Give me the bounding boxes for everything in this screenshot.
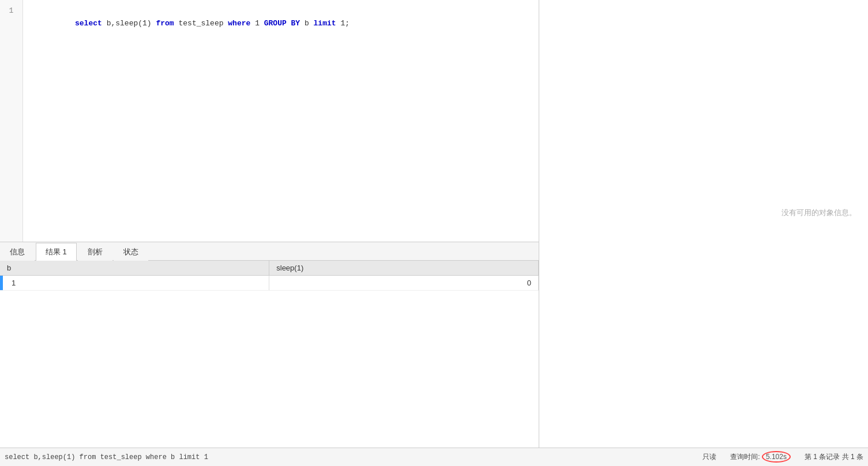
query-time-value: 5.102s [762,451,791,463]
kw-limit: limit [314,19,336,28]
table-row: 1 0 [0,276,539,291]
results-table: b sleep(1) 1 0 [0,261,539,291]
right-panel-content: 没有可用的对象信息。 [539,0,868,466]
no-object-info-text: 没有可用的对象信息。 [781,208,856,218]
line-numbers: 1 [0,0,23,242]
bottom-panel: 信息 结果 1 剖析 状态 b sleep(1) [0,242,539,466]
cell-sleep-1: 0 [269,276,539,291]
tabs-bar: 信息 结果 1 剖析 状态 [0,242,539,261]
kw-from: from [156,19,174,28]
tab-info[interactable]: 信息 [0,243,35,261]
col-header-sleep: sleep(1) [269,261,539,276]
code-normal-5: b [300,19,313,28]
right-panel: 没有可用的对象信息。 屏幕截图 Ctrl + Alt + A 屏幕录制 Ctrl… [539,0,868,466]
code-normal-6: 1; [336,19,350,28]
table-header-row: b sleep(1) [0,261,539,276]
kw-select: select [75,19,102,28]
tab-results[interactable]: 结果 1 [36,243,77,261]
sql-editor: 1 select b,sleep(1) from test_sleep wher… [0,0,539,242]
left-panel: 1 select b,sleep(1) from test_sleep wher… [0,0,539,466]
code-area[interactable]: select b,sleep(1) from test_sleep where … [23,0,539,242]
code-normal-1: b, [102,19,115,28]
query-time-label: 查询时间: 5.102s [730,452,791,462]
cell-b-1: 1 [0,276,269,291]
line-number-1: 1 [0,5,22,17]
results-area[interactable]: b sleep(1) 1 0 [0,261,539,466]
col-header-b: b [0,261,269,276]
global-status-bar: select b,sleep(1) from test_sleep where … [0,448,868,466]
kw-groupby: GROUP BY [264,19,300,28]
tab-profiling[interactable]: 剖析 [78,243,112,261]
code-normal-3: test_sleep [174,19,228,28]
tab-status[interactable]: 状态 [114,243,148,261]
code-normal-4: 1 [250,19,264,28]
code-normal-2: (1) [138,19,156,28]
main-container: 1 select b,sleep(1) from test_sleep wher… [0,0,868,466]
readonly-label: 只读 [702,452,716,462]
code-fn-sleep: sleep [115,19,138,28]
record-info-label: 第 1 条记录 共 1 条 [805,452,863,462]
bottom-sql-text: select b,sleep(1) from test_sleep where … [5,453,208,461]
kw-where: where [228,19,250,28]
